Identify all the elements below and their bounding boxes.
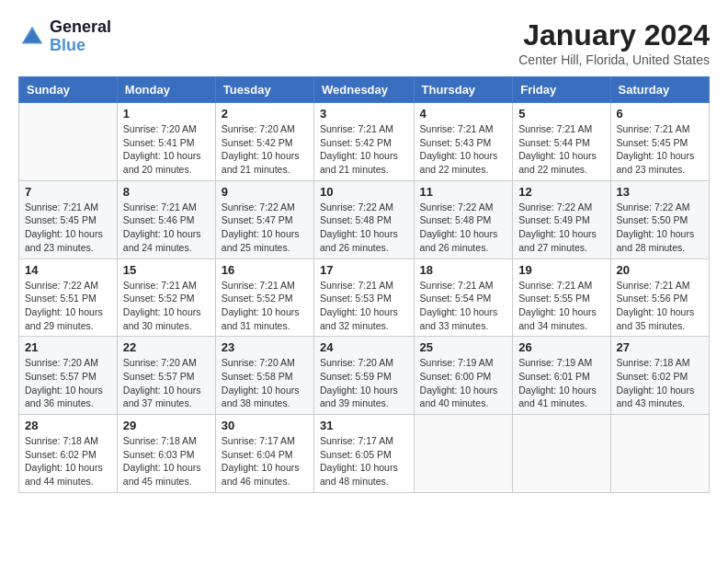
calendar-day-cell: 22Sunrise: 7:20 AMSunset: 5:57 PMDayligh… (117, 337, 215, 415)
day-number: 12 (518, 185, 604, 199)
day-number: 2 (222, 107, 308, 121)
day-number: 8 (123, 185, 210, 199)
col-saturday: Saturday (610, 77, 709, 103)
calendar-table: Sunday Monday Tuesday Wednesday Thursday… (18, 76, 710, 493)
calendar-week-row: 1Sunrise: 7:20 AMSunset: 5:41 PMDaylight… (19, 103, 710, 181)
calendar-day-cell: 11Sunrise: 7:22 AMSunset: 5:48 PMDayligh… (414, 180, 513, 259)
title-section: January 2024 Center Hill, Florida, Unite… (518, 18, 710, 67)
calendar-day-cell (414, 415, 513, 493)
calendar-day-cell: 2Sunrise: 7:20 AMSunset: 5:42 PMDaylight… (215, 103, 313, 181)
calendar-day-cell: 29Sunrise: 7:18 AMSunset: 6:03 PMDayligh… (117, 415, 215, 493)
day-number: 18 (420, 263, 507, 277)
page-header: General Blue January 2024 Center Hill, F… (18, 18, 710, 67)
day-info: Sunrise: 7:22 AMSunset: 5:51 PMDaylight:… (25, 279, 111, 333)
calendar-day-cell: 31Sunrise: 7:17 AMSunset: 6:05 PMDayligh… (314, 415, 415, 493)
day-number: 23 (222, 340, 308, 354)
calendar-day-cell: 13Sunrise: 7:22 AMSunset: 5:50 PMDayligh… (610, 180, 709, 259)
day-info: Sunrise: 7:20 AMSunset: 5:57 PMDaylight:… (25, 356, 111, 410)
month-title: January 2024 (518, 18, 710, 52)
calendar-day-cell: 17Sunrise: 7:21 AMSunset: 5:53 PMDayligh… (314, 259, 415, 337)
day-info: Sunrise: 7:20 AMSunset: 5:41 PMDaylight:… (123, 122, 210, 177)
day-number: 14 (25, 263, 111, 277)
calendar-day-cell: 19Sunrise: 7:21 AMSunset: 5:55 PMDayligh… (513, 259, 610, 337)
col-tuesday: Tuesday (215, 77, 313, 103)
day-info: Sunrise: 7:21 AMSunset: 5:45 PMDaylight:… (25, 201, 111, 255)
day-number: 28 (25, 419, 111, 432)
day-number: 16 (222, 263, 308, 277)
day-number: 5 (518, 107, 604, 121)
calendar-day-cell: 7Sunrise: 7:21 AMSunset: 5:45 PMDaylight… (19, 180, 118, 259)
col-wednesday: Wednesday (314, 77, 415, 103)
day-number: 25 (420, 340, 507, 354)
calendar-day-cell: 5Sunrise: 7:21 AMSunset: 5:44 PMDaylight… (513, 103, 610, 181)
col-monday: Monday (117, 77, 215, 103)
calendar-day-cell: 24Sunrise: 7:20 AMSunset: 5:59 PMDayligh… (314, 337, 415, 415)
calendar-day-cell: 6Sunrise: 7:21 AMSunset: 5:45 PMDaylight… (610, 103, 709, 181)
day-info: Sunrise: 7:20 AMSunset: 5:57 PMDaylight:… (123, 356, 210, 410)
day-number: 29 (123, 419, 210, 432)
calendar-header-row: Sunday Monday Tuesday Wednesday Thursday… (19, 77, 710, 103)
calendar-day-cell: 23Sunrise: 7:20 AMSunset: 5:58 PMDayligh… (215, 337, 313, 415)
day-info: Sunrise: 7:18 AMSunset: 6:02 PMDaylight:… (617, 356, 703, 410)
calendar-day-cell: 16Sunrise: 7:21 AMSunset: 5:52 PMDayligh… (215, 259, 313, 337)
day-number: 1 (123, 107, 210, 121)
day-info: Sunrise: 7:20 AMSunset: 5:59 PMDaylight:… (320, 356, 408, 410)
day-info: Sunrise: 7:21 AMSunset: 5:45 PMDaylight:… (617, 122, 703, 177)
calendar-day-cell: 1Sunrise: 7:20 AMSunset: 5:41 PMDaylight… (117, 103, 215, 181)
day-number: 17 (320, 263, 408, 277)
calendar-day-cell: 25Sunrise: 7:19 AMSunset: 6:00 PMDayligh… (414, 337, 513, 415)
day-number: 21 (25, 340, 111, 354)
day-info: Sunrise: 7:21 AMSunset: 5:54 PMDaylight:… (420, 279, 507, 333)
day-number: 26 (518, 340, 604, 354)
calendar-day-cell: 20Sunrise: 7:21 AMSunset: 5:56 PMDayligh… (610, 259, 709, 337)
day-info: Sunrise: 7:18 AMSunset: 6:02 PMDaylight:… (25, 434, 111, 488)
day-number: 31 (320, 419, 408, 432)
day-info: Sunrise: 7:19 AMSunset: 6:00 PMDaylight:… (420, 356, 507, 410)
day-info: Sunrise: 7:22 AMSunset: 5:48 PMDaylight:… (420, 201, 507, 255)
day-number: 15 (123, 263, 210, 277)
calendar-day-cell (19, 103, 118, 181)
calendar-week-row: 28Sunrise: 7:18 AMSunset: 6:02 PMDayligh… (19, 415, 710, 493)
day-number: 7 (25, 185, 111, 199)
calendar-day-cell: 28Sunrise: 7:18 AMSunset: 6:02 PMDayligh… (19, 415, 118, 493)
day-number: 20 (617, 263, 703, 277)
day-info: Sunrise: 7:22 AMSunset: 5:47 PMDaylight:… (222, 201, 308, 255)
calendar-week-row: 21Sunrise: 7:20 AMSunset: 5:57 PMDayligh… (19, 337, 710, 415)
calendar-day-cell: 27Sunrise: 7:18 AMSunset: 6:02 PMDayligh… (610, 337, 709, 415)
day-info: Sunrise: 7:21 AMSunset: 5:44 PMDaylight:… (518, 122, 604, 177)
col-friday: Friday (513, 77, 610, 103)
day-info: Sunrise: 7:21 AMSunset: 5:52 PMDaylight:… (222, 279, 308, 333)
calendar-day-cell: 30Sunrise: 7:17 AMSunset: 6:04 PMDayligh… (215, 415, 313, 493)
day-info: Sunrise: 7:18 AMSunset: 6:03 PMDaylight:… (123, 434, 210, 488)
day-number: 3 (320, 107, 408, 121)
calendar-day-cell: 26Sunrise: 7:19 AMSunset: 6:01 PMDayligh… (513, 337, 610, 415)
col-thursday: Thursday (414, 77, 513, 103)
day-info: Sunrise: 7:21 AMSunset: 5:53 PMDaylight:… (320, 279, 408, 333)
calendar-day-cell: 9Sunrise: 7:22 AMSunset: 5:47 PMDaylight… (215, 180, 313, 259)
day-info: Sunrise: 7:22 AMSunset: 5:48 PMDaylight:… (320, 201, 408, 255)
day-info: Sunrise: 7:17 AMSunset: 6:05 PMDaylight:… (320, 434, 408, 488)
logo-line1: General (50, 18, 111, 37)
day-number: 4 (420, 107, 507, 121)
calendar-day-cell: 4Sunrise: 7:21 AMSunset: 5:43 PMDaylight… (414, 103, 513, 181)
day-info: Sunrise: 7:20 AMSunset: 5:58 PMDaylight:… (222, 356, 308, 410)
day-number: 30 (222, 419, 308, 432)
location: Center Hill, Florida, United States (518, 52, 710, 67)
day-number: 19 (518, 263, 604, 277)
calendar-day-cell: 12Sunrise: 7:22 AMSunset: 5:49 PMDayligh… (513, 180, 610, 259)
day-number: 13 (617, 185, 703, 199)
day-number: 9 (222, 185, 308, 199)
calendar-day-cell: 8Sunrise: 7:21 AMSunset: 5:46 PMDaylight… (117, 180, 215, 259)
day-number: 6 (617, 107, 703, 121)
calendar-week-row: 7Sunrise: 7:21 AMSunset: 5:45 PMDaylight… (19, 180, 710, 259)
calendar-day-cell: 10Sunrise: 7:22 AMSunset: 5:48 PMDayligh… (314, 180, 415, 259)
day-info: Sunrise: 7:17 AMSunset: 6:04 PMDaylight:… (222, 434, 308, 488)
day-info: Sunrise: 7:21 AMSunset: 5:46 PMDaylight:… (123, 201, 210, 255)
day-info: Sunrise: 7:21 AMSunset: 5:43 PMDaylight:… (420, 122, 507, 177)
day-info: Sunrise: 7:20 AMSunset: 5:42 PMDaylight:… (222, 122, 308, 177)
col-sunday: Sunday (19, 77, 118, 103)
calendar-day-cell (610, 415, 709, 493)
day-number: 22 (123, 340, 210, 354)
logo: General Blue (18, 18, 111, 55)
day-number: 27 (617, 340, 703, 354)
